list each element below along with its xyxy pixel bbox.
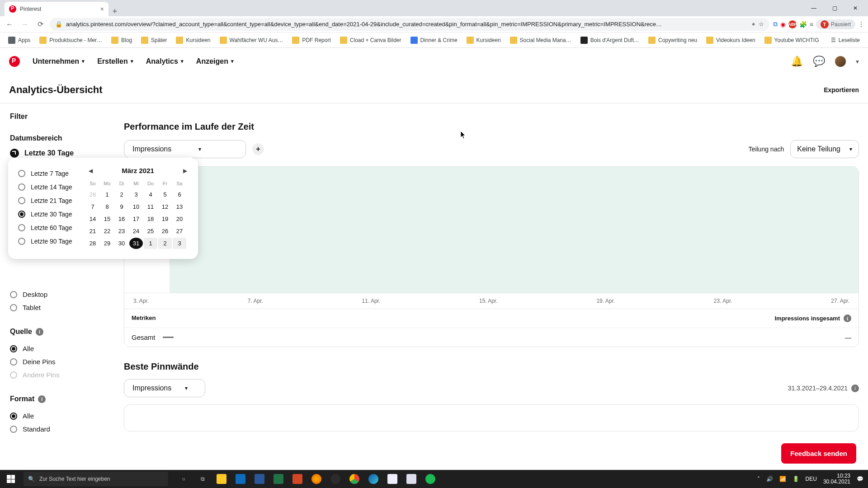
account-chevron-icon[interactable]: ▾ [856, 58, 859, 65]
calendar-day[interactable]: 17 [129, 213, 143, 225]
tray-clock[interactable]: 10:23 30.04.2021 [823, 473, 850, 485]
tray-chevron-icon[interactable]: ˄ [757, 476, 760, 482]
calendar-day[interactable]: 9 [115, 201, 128, 212]
calendar-day[interactable]: 31 [129, 238, 143, 249]
calendar-day[interactable]: 21 [86, 225, 99, 237]
format-option[interactable]: Standard [10, 422, 114, 436]
calendar-day[interactable]: 19 [158, 213, 172, 225]
address-bar[interactable]: 🔒 analytics.pinterest.com/overview/?clai… [50, 18, 769, 31]
browser-tab[interactable]: Pinterest × [5, 2, 108, 16]
tray-volume-icon[interactable]: 🔊 [766, 476, 773, 482]
calendar-day[interactable]: 5 [158, 189, 172, 200]
calendar-day[interactable]: 16 [115, 213, 128, 225]
bell-icon[interactable]: 🔔 [791, 56, 803, 67]
calendar-day[interactable]: 20 [173, 213, 186, 225]
calendar-day[interactable]: 25 [144, 225, 157, 237]
nav-anzeigen[interactable]: Anzeigen▾ [196, 57, 234, 66]
chrome-menu-icon[interactable]: ⋮ [858, 21, 864, 28]
calendar-day[interactable]: 1 [144, 238, 157, 249]
calendar-day[interactable]: 8 [100, 201, 114, 212]
add-metric-button[interactable]: + [252, 143, 264, 155]
back-button[interactable]: ← [4, 20, 15, 28]
bookmark-item[interactable]: Videokurs Ideen [703, 37, 759, 44]
bookmark-item[interactable]: Social Media Mana… [506, 37, 575, 44]
task-excel-icon[interactable] [269, 470, 288, 488]
bookmark-item[interactable]: PDF Report [288, 37, 334, 44]
calendar-day[interactable]: 15 [100, 213, 114, 225]
calendar-day[interactable]: 29 [100, 238, 114, 249]
profile-paused-chip[interactable]: T Pausiert [816, 19, 855, 29]
date-range-option[interactable]: Letzte 21 Tage [18, 194, 86, 207]
calendar-day[interactable]: 1 [100, 189, 114, 200]
window-close-button[interactable]: ✕ [845, 2, 865, 14]
pinterest-logo-icon[interactable] [9, 56, 20, 67]
info-icon[interactable]: i [851, 385, 859, 392]
task-chrome-icon[interactable] [345, 470, 363, 488]
pinterest-ext-icon[interactable]: ◉ [780, 21, 786, 28]
calendar-day[interactable]: 2 [115, 189, 128, 200]
calendar-day[interactable]: 18 [144, 213, 157, 225]
nav-analytics[interactable]: Analytics▾ [146, 57, 184, 66]
nav-unternehmen[interactable]: Unternehmen▾ [33, 57, 85, 66]
nav-erstellen[interactable]: Erstellen▾ [97, 57, 133, 66]
task-view-icon[interactable]: ⧉ [193, 470, 212, 488]
apps-button[interactable]: Apps [5, 37, 34, 44]
device-option-tablet[interactable]: Tablet [10, 301, 114, 314]
source-option[interactable]: Deine Pins [10, 355, 114, 368]
date-range-option[interactable]: Letzte 30 Tage [18, 207, 86, 221]
calendar-day[interactable]: 27 [173, 225, 186, 237]
calendar-day[interactable]: 11 [144, 201, 157, 212]
calendar-day[interactable]: 10 [129, 201, 143, 212]
bookmark-item[interactable]: Wahlfächer WU Aus… [216, 37, 287, 44]
taskbar-search[interactable]: 🔍 Zur Suche Text hier eingeben [24, 472, 168, 486]
extensions-icon[interactable]: 🧩 [799, 21, 807, 28]
chat-icon[interactable]: 💬 [813, 56, 825, 67]
avatar[interactable] [835, 56, 846, 67]
task-explorer-icon[interactable] [212, 470, 231, 488]
calendar-day[interactable]: 28 [86, 189, 99, 200]
bookmark-item[interactable]: Blog [108, 37, 136, 44]
bookmark-item[interactable]: Cload + Canva Bilder [336, 37, 405, 44]
window-minimize-button[interactable]: — [804, 2, 824, 14]
feedback-button[interactable]: Feedback senden [781, 443, 856, 464]
calendar-day[interactable]: 14 [86, 213, 99, 225]
bookmark-item[interactable]: Youtube WICHTIG [761, 37, 823, 44]
bookmark-item[interactable]: Kursideen [172, 37, 214, 44]
calendar-day[interactable]: 3 [129, 189, 143, 200]
calendar-prev-icon[interactable]: ◀ [89, 168, 93, 174]
split-by-dropdown[interactable]: Keine Teilung▾ [790, 140, 859, 158]
bookmark-item[interactable]: Copywriting neu [645, 37, 701, 44]
bookmark-item[interactable]: Kursideen [463, 37, 505, 44]
calendar-day[interactable]: 12 [158, 201, 172, 212]
reader-icon[interactable]: ⧉ [773, 20, 778, 28]
calendar-day[interactable]: 28 [86, 238, 99, 249]
source-option[interactable]: Alle [10, 342, 114, 355]
tray-battery-icon[interactable]: 🔋 [793, 476, 799, 482]
reading-list-button[interactable]: ☰Leseliste [827, 37, 863, 43]
adblock-ext-icon[interactable]: ABP [788, 20, 797, 28]
date-range-option[interactable]: Letzte 60 Tage [18, 221, 86, 235]
bookmark-item[interactable]: Bois d'Argent Duft… [577, 37, 643, 44]
task-word-icon[interactable] [250, 470, 269, 488]
calendar-day[interactable]: 13 [173, 201, 186, 212]
calendar-day[interactable]: 2 [158, 238, 172, 249]
close-tab-icon[interactable]: × [100, 5, 104, 13]
calendar-day[interactable]: 23 [115, 225, 128, 237]
calendar-day[interactable]: 22 [100, 225, 114, 237]
best-metric-dropdown[interactable]: Impressions▾ [124, 379, 205, 397]
task-mail-icon[interactable] [231, 470, 250, 488]
export-button[interactable]: Exportieren [824, 86, 859, 94]
bookmark-item[interactable]: Dinner & Crime [407, 37, 461, 44]
bookmark-star-icon[interactable]: ☆ [759, 21, 764, 28]
task-cortana-icon[interactable]: ○ [175, 470, 193, 488]
calendar-day[interactable]: 26 [158, 225, 172, 237]
reload-button[interactable]: ⟳ [34, 20, 46, 28]
date-range-option[interactable]: Letzte 90 Tage [18, 235, 86, 248]
start-button[interactable] [0, 470, 22, 488]
tray-language[interactable]: DEU [806, 476, 817, 482]
task-app-icon[interactable] [402, 470, 420, 488]
bookmark-item[interactable]: Produktsuche - Mer… [36, 37, 106, 44]
calendar-day[interactable]: 6 [173, 189, 186, 200]
date-range-option[interactable]: Letzte 7 Tage [18, 167, 86, 180]
bookmark-item[interactable]: Später [137, 37, 170, 44]
